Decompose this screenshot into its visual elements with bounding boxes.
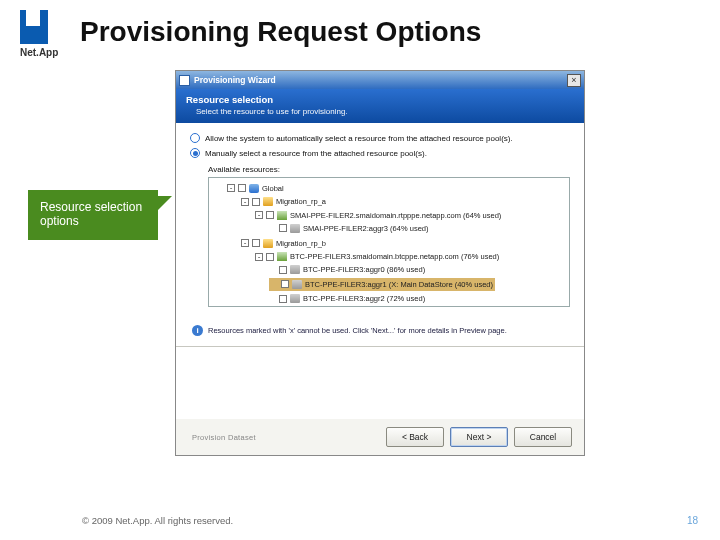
page-number: 18 xyxy=(687,515,698,526)
cancel-button[interactable]: Cancel xyxy=(514,427,572,447)
info-row: i Resources marked with 'x' cannot be us… xyxy=(192,325,570,336)
titlebar-text: Provisioning Wizard xyxy=(194,75,567,85)
callout-resource-selection: Resource selection options xyxy=(28,190,158,240)
tree-label: SMAI-PPE-FILER2:aggr3 (64% used) xyxy=(303,222,428,235)
checkbox[interactable] xyxy=(279,295,287,303)
footer-note: Provision Dataset xyxy=(188,433,380,442)
available-resources-label: Available resources: xyxy=(208,165,570,174)
checkbox[interactable] xyxy=(252,239,260,247)
checkbox[interactable] xyxy=(279,266,287,274)
tree-node-rp-b[interactable]: -Migration_rp_b -BTC-PPE-FILER3.smaidoma… xyxy=(241,236,565,307)
twisty-icon[interactable]: - xyxy=(255,253,263,261)
tree-label: BTC-PPE-FILER3:aggr2 (72% used) xyxy=(303,292,425,305)
group-icon xyxy=(263,239,273,248)
tree-node-rp-b-filer[interactable]: -BTC-PPE-FILER3.smaidomain.btcppe.netapp… xyxy=(255,250,565,307)
aggregate-icon xyxy=(292,280,302,289)
checkbox[interactable] xyxy=(252,198,260,206)
checkbox[interactable] xyxy=(281,280,289,288)
tree-node-rp-a-filer[interactable]: -SMAI-PPE-FILER2.smaidomain.rtpppe.netap… xyxy=(255,208,565,236)
slide-title: Provisioning Request Options xyxy=(80,16,481,48)
filer-icon xyxy=(277,252,287,261)
dialog-body: Allow the system to automatically select… xyxy=(176,123,584,419)
tree-node-global[interactable]: -Global -Migration_rp_a -SMAI-PPE-FILER2… xyxy=(227,181,565,307)
radio-auto-label: Allow the system to automatically select… xyxy=(205,134,513,143)
checkbox[interactable] xyxy=(266,211,274,219)
twisty-icon[interactable]: - xyxy=(255,211,263,219)
wizard-banner: Resource selection Select the resource t… xyxy=(176,89,584,123)
tree-label: BTC-PPE-FILER3:aggr1 (X: Main DataStore … xyxy=(305,278,493,291)
netapp-logo: Net.App xyxy=(20,10,70,58)
aggregate-icon xyxy=(290,224,300,233)
back-button[interactable]: < Back xyxy=(386,427,444,447)
next-button[interactable]: Next > xyxy=(450,427,508,447)
dialog-footer: Provision Dataset < Back Next > Cancel xyxy=(176,419,584,455)
tree-label: Migration_rp_b xyxy=(276,237,326,250)
info-text: Resources marked with 'x' cannot be used… xyxy=(208,326,507,335)
callout-text: Resource selection options xyxy=(40,200,142,228)
app-icon xyxy=(179,75,190,86)
group-icon xyxy=(263,197,273,206)
checkbox[interactable] xyxy=(266,253,274,261)
tree-node-rp-b-aggr1[interactable]: BTC-PPE-FILER3:aggr1 (X: Main DataStore … xyxy=(269,278,565,293)
tree-node-rp-b-aggr0[interactable]: BTC-PPE-FILER3:aggr0 (86% used) xyxy=(269,263,565,278)
slide-footer: © 2009 Net.App. All rights reserved. xyxy=(82,515,233,526)
twisty-icon[interactable]: - xyxy=(241,198,249,206)
info-icon: i xyxy=(192,325,203,336)
tree-node-rp-a-aggr[interactable]: SMAI-PPE-FILER2:aggr3 (64% used) xyxy=(269,222,565,237)
banner-subtitle: Select the resource to use for provision… xyxy=(196,107,574,116)
close-button[interactable]: × xyxy=(567,74,581,87)
checkbox[interactable] xyxy=(238,184,246,192)
aggregate-icon xyxy=(290,294,300,303)
resources-tree[interactable]: -Global -Migration_rp_a -SMAI-PPE-FILER2… xyxy=(208,177,570,307)
tree-label: SMAI-PPE-FILER2.smaidomain.rtpppe.netapp… xyxy=(290,209,501,222)
radio-manual-label: Manually select a resource from the atta… xyxy=(205,149,427,158)
radio-auto[interactable] xyxy=(190,133,200,143)
titlebar[interactable]: Provisioning Wizard × xyxy=(176,71,584,89)
tree-label: BTC-PPE-FILER3.smaidomain.btcppe.netapp.… xyxy=(290,250,499,263)
tree-label: BTC-PPE-FILER3:aggr0 (86% used) xyxy=(303,263,425,276)
logo-mark xyxy=(20,10,48,44)
logo-text: Net.App xyxy=(20,47,70,58)
tree-node-rp-a[interactable]: -Migration_rp_a -SMAI-PPE-FILER2.smaidom… xyxy=(241,195,565,237)
globe-icon xyxy=(249,184,259,193)
filer-icon xyxy=(277,211,287,220)
provisioning-wizard-dialog: Provisioning Wizard × Resource selection… xyxy=(175,70,585,456)
twisty-icon[interactable]: - xyxy=(241,239,249,247)
twisty-icon[interactable]: - xyxy=(227,184,235,192)
banner-title: Resource selection xyxy=(186,94,574,105)
aggregate-icon xyxy=(290,265,300,274)
radio-manual-row[interactable]: Manually select a resource from the atta… xyxy=(190,148,570,158)
checkbox[interactable] xyxy=(279,224,287,232)
tree-label: Migration_rp_a xyxy=(276,195,326,208)
radio-auto-row[interactable]: Allow the system to automatically select… xyxy=(190,133,570,143)
tree-label: Global xyxy=(262,182,284,195)
separator xyxy=(176,346,584,347)
radio-manual[interactable] xyxy=(190,148,200,158)
tree-node-rp-b-aggr2[interactable]: BTC-PPE-FILER3:aggr2 (72% used) xyxy=(269,292,565,307)
